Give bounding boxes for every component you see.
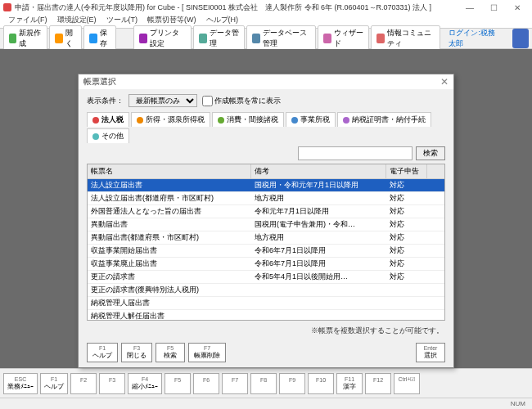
minimize-button[interactable]: — <box>458 1 481 14</box>
dialog-fkey-button[interactable]: F3閉じる <box>121 343 152 362</box>
table-row[interactable]: 納税管理人届出書 <box>88 297 444 310</box>
table-header: 帳票名 備考 電子申告 <box>88 164 444 179</box>
col-efiling: 電子申告 <box>386 164 427 178</box>
toolbar-button[interactable]: データベース管理 <box>246 25 316 52</box>
table-row[interactable]: 法人設立届出書国税用・令和元年7月1日以降用対応 <box>88 179 444 192</box>
fkey-button[interactable]: F10 <box>308 373 334 394</box>
app-icon <box>3 3 11 11</box>
dialog-fkey-button[interactable]: F1ヘルプ <box>87 343 118 362</box>
col-name: 帳票名 <box>88 164 251 178</box>
dialog-enter-button[interactable]: Enter選択 <box>416 343 445 362</box>
dialog-close-button[interactable]: ✕ <box>440 76 449 88</box>
table-row[interactable]: 納税管理人解任届出書 <box>88 310 444 321</box>
tab-dot-icon <box>291 117 298 124</box>
toolbar-icon <box>199 34 207 43</box>
status-bar: NUM <box>0 398 532 409</box>
toolbar-button[interactable]: 新規作成 <box>3 25 47 52</box>
fkey-button[interactable]: Ctrl+☑ <box>394 373 420 394</box>
tab-dot-icon <box>343 117 349 124</box>
dialog-fkey-button[interactable]: F7帳票削除 <box>188 343 226 362</box>
always-show-checkbox[interactable]: 作成帳票を常に表示 <box>202 96 281 106</box>
title-bar: 申請・届出書の達人(令和元年度以降用) for Cube - [ SINSEI0… <box>0 0 532 15</box>
form-table[interactable]: 帳票名 備考 電子申告 法人設立届出書国税用・令和元年7月1日以降用対応法人設立… <box>87 164 445 321</box>
login-label: ログイン:税務 太郎 <box>444 28 507 49</box>
toolbar: 新規作成開く保存 プリンタ設定データ管理データベース管理ウィザード情報コミュニテ… <box>0 28 532 49</box>
toolbar-button[interactable]: データ管理 <box>193 25 245 52</box>
table-row[interactable]: 異動届出書(都道府県・市区町村)地方税用対応 <box>88 231 444 245</box>
form-select-dialog: 帳票選択 ✕ 表示条件： 最新帳票のみ 作成帳票を常に表示 法人税所得・源泉所得… <box>78 74 454 368</box>
close-button[interactable]: ✕ <box>506 1 529 14</box>
search-button[interactable]: 検索 <box>416 146 445 160</box>
category-tab[interactable]: 所得・源泉所得税 <box>131 112 210 127</box>
fkey-button[interactable]: F9 <box>279 373 305 394</box>
dialog-fkey-button[interactable]: F5検索 <box>156 343 185 362</box>
category-tab[interactable]: その他 <box>87 128 129 143</box>
toolbar-icon <box>252 34 260 43</box>
fkey-button[interactable]: F5 <box>165 373 191 394</box>
toolbar-icon <box>376 34 385 43</box>
table-row[interactable]: 収益事業開始届出書令和6年7月1日以降用対応 <box>88 245 444 258</box>
fkey-button[interactable]: F7 <box>222 373 248 394</box>
workspace: 帳票選択 ✕ 表示条件： 最新帳票のみ 作成帳票を常に表示 法人税所得・源泉所得… <box>0 49 532 368</box>
fkey-button[interactable]: F1ヘルプ <box>40 373 68 394</box>
toolbar-button[interactable]: 開く <box>49 25 82 52</box>
toolbar-button[interactable]: ウィザード <box>318 25 369 52</box>
category-tab[interactable]: 納税証明書・納付手続 <box>337 112 431 127</box>
table-row[interactable]: 法人設立届出書(都道府県・市区町村)地方税用対応 <box>88 192 444 205</box>
table-row[interactable]: 収益事業廃止届出書令和6年7月1日以降用対応 <box>88 258 444 271</box>
dialog-title-bar: 帳票選択 ✕ <box>79 74 453 89</box>
always-show-checkbox-input[interactable] <box>202 96 213 106</box>
fkey-button[interactable]: ESC業務ﾒﾆｭｰ <box>3 373 38 394</box>
fkey-button[interactable]: F6 <box>193 373 219 394</box>
toolbar-icon <box>89 34 97 43</box>
window-title: 申請・届出書の達人(令和元年度以降用) for Cube - [ SINSEI0… <box>15 2 431 13</box>
toolbar-button[interactable]: 保存 <box>83 25 116 52</box>
table-row[interactable]: 更正の請求書(復興特別法人税用) <box>88 284 444 297</box>
toolbar-icon <box>139 34 147 43</box>
toolbar-button[interactable]: プリンタ設定 <box>133 25 191 52</box>
toolbar-button[interactable]: 情報コミュニティ <box>371 25 440 52</box>
table-row[interactable]: 更正の請求書令和5年4月1日以後開始用…対応 <box>88 271 444 284</box>
search-input[interactable] <box>298 146 413 160</box>
tab-dot-icon <box>137 117 143 124</box>
category-tab[interactable]: 法人税 <box>87 112 129 127</box>
toolbar-icon <box>323 34 331 43</box>
fkey-button[interactable]: F11漢字 <box>336 373 363 394</box>
category-tab[interactable]: 消費・間接諸税 <box>212 112 284 127</box>
toolbar-icon <box>55 34 62 43</box>
table-row[interactable]: 外国普通法人となった旨の届出書令和元年7月1日以降用対応 <box>88 205 444 218</box>
tatsu-logo-icon <box>512 29 529 48</box>
filter-select[interactable]: 最新帳票のみ <box>128 94 197 107</box>
category-tabs: 法人税所得・源泉所得税消費・間接諸税事業所税納税証明書・納付手続その他 <box>79 112 453 143</box>
fkey-button[interactable]: F3 <box>99 373 125 394</box>
fkey-button[interactable]: F12 <box>365 373 391 394</box>
maximize-button[interactable]: ☐ <box>482 1 505 14</box>
tab-dot-icon <box>92 117 99 124</box>
dialog-note: ※帳票を複数選択することが可能です。 <box>79 324 453 338</box>
tab-dot-icon <box>218 117 224 124</box>
category-tab[interactable]: 事業所税 <box>286 112 336 127</box>
fkey-button[interactable]: F8 <box>250 373 277 394</box>
fkey-button[interactable]: F2 <box>70 373 97 394</box>
tab-dot-icon <box>92 133 99 140</box>
toolbar-icon <box>9 34 16 43</box>
fkey-button[interactable]: F4縮小ﾒﾆｭｰ <box>128 373 162 394</box>
col-note: 備考 <box>251 164 386 178</box>
filter-label: 表示条件： <box>87 96 124 106</box>
dialog-title: 帳票選択 <box>83 76 116 88</box>
function-key-bar: ESC業務ﾒﾆｭｰF1ヘルプF2 F3 F4縮小ﾒﾆｭｰF5 F6 F7 F8 … <box>0 368 532 398</box>
table-row[interactable]: 異動届出書国税用(電子申告兼用)・令和…対応 <box>88 218 444 231</box>
dialog-button-bar: F1ヘルプF3閉じるF5検索F7帳票削除Enter選択 <box>79 338 453 367</box>
